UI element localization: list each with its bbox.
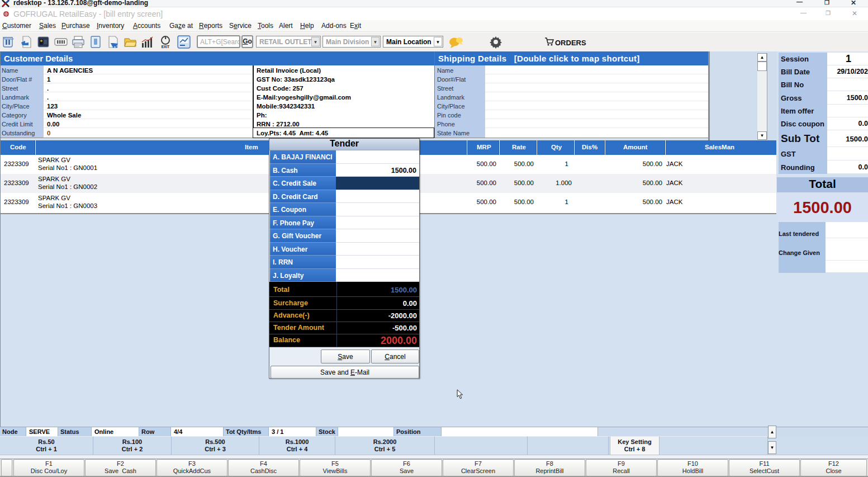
svg-text:EXIT: EXIT — [162, 45, 169, 49]
